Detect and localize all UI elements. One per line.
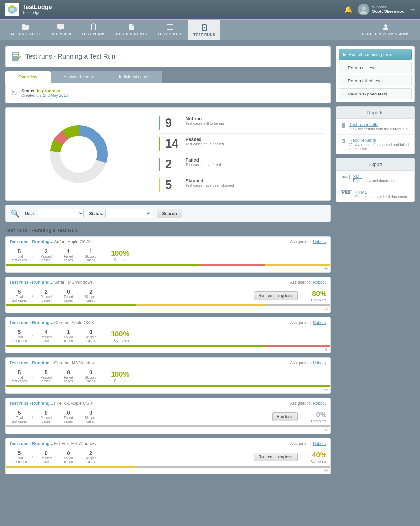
svg-point-4 xyxy=(360,11,367,14)
main-content: Test runs - Running a Test Run Overview … xyxy=(5,46,331,478)
test-runs-list-title: Test runs - Running a Test Run xyxy=(5,227,331,233)
bell-icon[interactable]: 🔔 xyxy=(344,6,352,13)
arrow-icon: › xyxy=(32,454,33,460)
search-button[interactable]: Search xyxy=(157,209,182,218)
test-run-card: Test runs - Running... Chrome, Apple OS … xyxy=(5,317,331,353)
run-all-button[interactable]: ▶ Run all remaining tests xyxy=(339,49,412,60)
re-run-failed-button[interactable]: + Re-run failed tests xyxy=(339,75,412,86)
logout-button[interactable]: ⇥ xyxy=(410,6,415,13)
user-select[interactable] xyxy=(38,209,84,218)
skipped-stat: 0 Skipped cases xyxy=(81,329,100,343)
skipped-stat: 0 Skipped cases xyxy=(81,370,100,383)
run-remaining-button[interactable]: Run remaining tests xyxy=(254,291,298,300)
nav-item-requirements[interactable]: REQUIREMENTS xyxy=(111,20,153,40)
passed-stat: 4 Passed cases xyxy=(36,329,56,343)
tab-assigned-users[interactable]: Assigned users xyxy=(51,71,106,83)
assigned: Assigned to: Nobody xyxy=(290,361,326,365)
nav-item-overview[interactable]: OVERVIEW xyxy=(45,20,76,40)
nav-item-test-plans[interactable]: TEST PLANS xyxy=(76,20,111,40)
svg-rect-15 xyxy=(13,57,16,57)
test-run-header: Test runs - Running... Safari, Apple OS … xyxy=(6,237,330,247)
test-run-header: Test runs - Running... FireFox, Apple OS… xyxy=(6,398,330,408)
eye-icon[interactable]: 👁 xyxy=(6,266,330,272)
assigned: Assigned to: Nobody xyxy=(290,240,326,244)
svg-rect-24 xyxy=(342,125,344,125)
failed-stat: 0 Failed cases xyxy=(58,370,78,383)
assigned-link[interactable]: Nobody xyxy=(313,401,326,406)
html-icon: HTML xyxy=(341,190,352,195)
tab-overview[interactable]: Overview xyxy=(5,71,51,83)
eye-icon[interactable]: 👁 xyxy=(6,468,330,474)
run-remaining-button[interactable]: Run remaining tests xyxy=(254,453,298,461)
test-run-stats: 5 Total test cases › 0 Passed cases 0 Fa… xyxy=(6,408,330,425)
reports-title: Reports xyxy=(336,107,414,119)
status-select[interactable] xyxy=(105,209,151,218)
user-area: Welcome Scott Sherwood xyxy=(358,4,405,15)
test-run-stats: 5 Total test cases › 5 Passed cases 0 Fa… xyxy=(6,368,330,385)
re-run-skipped-button[interactable]: + Re-run skipped tests xyxy=(339,88,412,99)
complete-pct: 100% Complete xyxy=(103,370,129,383)
arrow-icon: › xyxy=(32,373,33,379)
re-run-all-button[interactable]: + Re-run all tests xyxy=(339,62,412,73)
tab-individual-cases[interactable]: Individual cases xyxy=(106,71,163,83)
stat-bar-failed xyxy=(159,158,160,171)
skipped-stat: 2 Skipped cases xyxy=(81,451,100,464)
eye-icon[interactable]: 👁 xyxy=(6,387,330,393)
plus-icon-2: + xyxy=(343,78,345,83)
assigned-link[interactable]: Nobody xyxy=(313,320,326,325)
page-header: Test runs - Running a Test Run xyxy=(5,46,331,67)
stat-bar-skipped xyxy=(159,178,160,192)
search-icon: 🔍 xyxy=(11,209,20,218)
svg-point-11 xyxy=(384,24,387,27)
run-remaining-button[interactable]: Run tests xyxy=(272,412,298,421)
complete-pct: 40% Complete xyxy=(300,451,326,463)
report-icon-2 xyxy=(341,138,346,145)
svg-rect-8 xyxy=(93,26,94,26)
pb-skipped xyxy=(136,304,265,306)
test-run-results-link[interactable]: Test run results xyxy=(349,122,409,127)
xml-link[interactable]: XML xyxy=(353,174,396,179)
play-icon: ▶ xyxy=(343,52,346,57)
eye-icon[interactable]: 👁 xyxy=(6,427,330,434)
skipped-stat: 0 Skipped cases xyxy=(81,410,100,423)
pb-notrun xyxy=(265,304,330,306)
assigned-link[interactable]: Nobody xyxy=(313,441,326,446)
export-title: Export xyxy=(336,158,414,171)
nav-item-test-runs[interactable]: TEST RUNS xyxy=(188,20,220,40)
main-layout: Test runs - Running a Test Run Overview … xyxy=(0,41,420,484)
test-run-title: Test runs - Running... FireFox, Apple OS… xyxy=(10,401,93,406)
plus-icon-3: + xyxy=(343,91,345,96)
created-date-link[interactable]: 2nd May 2015 xyxy=(43,93,68,98)
pb-passed xyxy=(6,385,330,387)
test-run-header: Test runs - Running... FireFox, MS Windo… xyxy=(6,438,330,449)
passed-stat: 5 Passed cases xyxy=(36,370,56,383)
requirements-link[interactable]: Requirements xyxy=(349,138,410,143)
user-text: Welcome Scott Sherwood xyxy=(372,5,405,14)
nav-item-test-suites[interactable]: TEST SUITES xyxy=(153,20,188,40)
eye-icon[interactable]: 👁 xyxy=(6,347,330,353)
nav-item-people[interactable]: PEOPLE & PERMISSIONS xyxy=(357,20,415,40)
stat-failed: 2 Failed Test cases have failed xyxy=(159,154,324,175)
test-run-stats: 5 Total test cases › 3 Passed cases 1 Fa… xyxy=(6,247,330,264)
eye-icon[interactable]: 👁 xyxy=(6,306,330,313)
html-link[interactable]: HTML xyxy=(355,190,408,195)
failed-stat: 0 Failed cases xyxy=(58,451,78,464)
svg-rect-10 xyxy=(93,28,94,28)
test-run-card: Test runs - Running... FireFox, MS Windo… xyxy=(5,438,331,474)
assigned-link[interactable]: Nobody xyxy=(313,240,326,244)
test-run-title: Test runs - Running... Safari, MS Window… xyxy=(10,280,93,284)
user-label: User: xyxy=(25,211,36,216)
assigned: Assigned to: Nobody xyxy=(290,401,326,406)
complete-pct: 100% Complete xyxy=(103,330,129,342)
total-stat: 5 Total test cases xyxy=(10,329,29,343)
search-section: 🔍 User: Status: Search xyxy=(5,205,331,222)
assigned-link[interactable]: Nobody xyxy=(313,361,326,365)
arrow-icon: › xyxy=(32,414,33,420)
status-panel: ↻ Status: In progress Created on: 2nd Ma… xyxy=(5,83,331,103)
refresh-icon[interactable]: ↻ xyxy=(11,89,17,98)
xml-icon: XML xyxy=(341,175,350,179)
nav-item-all-projects[interactable]: ALL PROJECTS xyxy=(5,20,45,40)
arrow-icon: › xyxy=(32,333,33,339)
assigned-link[interactable]: Nobody xyxy=(313,280,326,284)
stat-bar-not-run xyxy=(159,116,160,130)
